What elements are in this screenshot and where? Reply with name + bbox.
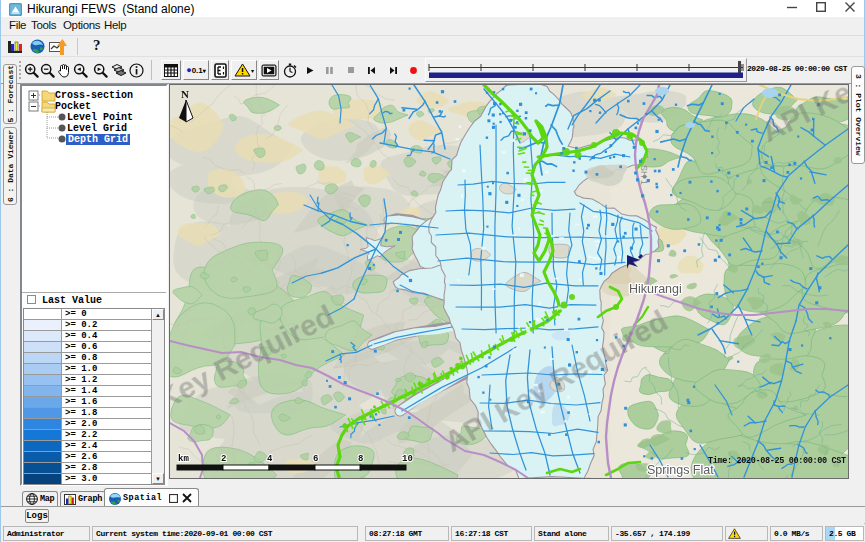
svg-text:N: N	[181, 88, 189, 100]
svg-text:Hikurangi: Hikurangi	[629, 282, 682, 296]
svg-text:10: 10	[402, 454, 413, 464]
svg-text:8: 8	[358, 454, 363, 464]
svg-text:4: 4	[267, 454, 273, 464]
svg-text:2: 2	[221, 454, 226, 464]
svg-text:SH 1: SH 1	[639, 165, 649, 185]
svg-text:km: km	[178, 454, 189, 464]
svg-text:6: 6	[313, 454, 318, 464]
svg-text:Time: 2020-08-25 00:00:00 CST: Time: 2020-08-25 00:00:00 CST	[708, 456, 846, 466]
svg-text:Springs Flat: Springs Flat	[647, 463, 714, 477]
